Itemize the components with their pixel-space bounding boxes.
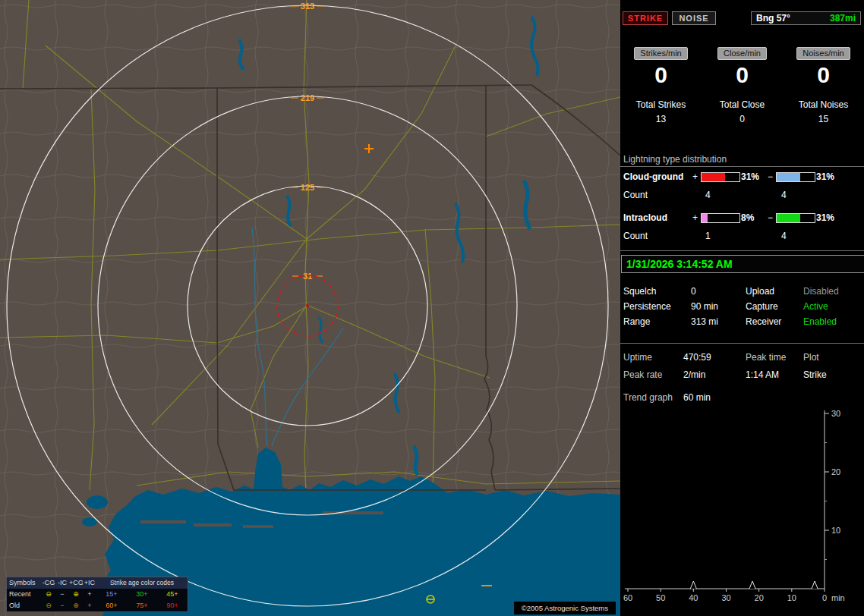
ring-label-31: 31	[303, 272, 312, 281]
neg-cg-recent-icon: ⊖	[42, 589, 55, 600]
strike-toggle-button[interactable]: STRIKE	[623, 11, 668, 25]
age-code-15: 15+	[96, 589, 127, 600]
svg-text:10: 10	[831, 526, 840, 535]
peak-time-label: Peak time	[746, 352, 786, 363]
cloud-ground-label: Cloud-ground	[623, 171, 683, 182]
cg-minus-bar	[776, 172, 815, 182]
age-code-45: 45+	[157, 589, 188, 600]
svg-text:30: 30	[831, 409, 840, 418]
trend-window-value: 60 min	[683, 392, 711, 403]
total-strikes-label: Total Strikes	[620, 99, 702, 110]
cg-plus-count: 4	[705, 190, 711, 200]
svg-text:30: 30	[721, 593, 730, 602]
age-code-90: 90+	[157, 600, 188, 611]
peak-rate-value: 2/min	[683, 369, 705, 380]
copyright-notice: ©2005 Astrogenic Systems	[514, 602, 616, 614]
plot-value: Strike	[803, 369, 827, 380]
svg-text:60: 60	[623, 593, 632, 602]
status-sidebar: STRIKE NOISE Bng 57° 387mi Strikes/min C…	[620, 0, 864, 616]
current-datetime: 1/31/2026 3:14:52 AM	[621, 255, 864, 273]
svg-text:50: 50	[656, 593, 665, 602]
receiver-label: Receiver	[746, 316, 781, 327]
cg-minus-sign: −	[768, 171, 773, 182]
close-per-min-button[interactable]: Close/min	[717, 47, 767, 60]
trend-graph-label: Trend graph	[623, 392, 673, 403]
distribution-header: Lightning type distribution	[623, 154, 727, 165]
total-noises-value: 15	[783, 114, 864, 124]
peak-rate-label: Peak rate	[623, 369, 662, 380]
receiver-location-dot	[306, 304, 309, 307]
ic-plus-pct: 8%	[741, 212, 754, 223]
ic-minus-bar	[776, 213, 815, 223]
legend-row-recent-label: Recent	[7, 589, 42, 600]
legend-col-pos-ic: +IC	[83, 577, 96, 589]
squelch-label: Squelch	[623, 286, 656, 297]
age-code-60: 60+	[96, 600, 127, 611]
squelch-value: 0	[691, 286, 696, 297]
capture-status: Active	[803, 301, 828, 312]
plot-label: Plot	[803, 352, 819, 363]
cg-count-label: Count	[623, 190, 648, 200]
range-label: Range	[623, 316, 650, 327]
pos-ic-old-icon: +	[83, 600, 96, 611]
age-code-30: 30+	[127, 589, 157, 600]
cg-minus-pct: 31%	[816, 171, 834, 182]
noise-toggle-button[interactable]: NOISE	[672, 11, 716, 25]
upload-label: Upload	[746, 286, 774, 297]
cg-plus-sign: +	[692, 171, 698, 182]
total-close-value: 0	[702, 114, 783, 124]
map-legend: Symbols -CG -IC +CG +IC Strike age color…	[6, 577, 188, 612]
svg-text:20: 20	[755, 593, 764, 602]
cg-minus-count: 4	[781, 190, 787, 200]
ring-label-313: 313	[301, 2, 314, 11]
receiver-status: Enabled	[803, 316, 837, 327]
total-strikes-value: 13	[620, 114, 702, 124]
legend-age-header: Strike age color codes	[96, 577, 188, 589]
ic-count-label: Count	[623, 231, 648, 241]
cg-plus-bar	[701, 172, 740, 182]
ic-plus-bar	[701, 213, 740, 223]
neg-ic-recent-icon: −	[55, 589, 69, 600]
neg-cg-old-icon: ⊖	[42, 600, 55, 611]
ic-minus-count: 4	[781, 231, 787, 241]
legend-col-neg-ic: -IC	[55, 577, 69, 589]
bearing-readout: Bng 57° 387mi	[751, 11, 861, 25]
neg-ic-old-icon: −	[55, 600, 69, 611]
svg-text:20: 20	[831, 467, 840, 476]
capture-label: Capture	[746, 301, 778, 312]
upload-status: Disabled	[803, 286, 839, 297]
ic-plus-sign: +	[692, 212, 698, 223]
legend-col-neg-cg: -CG	[42, 577, 55, 589]
trend-plot: 3020106050403020100min	[623, 409, 845, 602]
bearing-distance: 387mi	[830, 13, 856, 24]
peak-time-value: 1:14 AM	[746, 369, 779, 380]
noises-per-min-value: 0	[783, 64, 864, 86]
bearing-label: Bng 57°	[756, 13, 790, 24]
map-canvas: 313 219 125 31	[0, 0, 620, 616]
svg-text:10: 10	[787, 593, 796, 602]
pos-ic-recent-icon: +	[83, 589, 96, 600]
cg-plus-pct: 31%	[741, 171, 759, 182]
legend-symbols-header: Symbols	[7, 577, 42, 589]
trend-graph: 3020106050403020100min	[620, 406, 864, 616]
close-per-min-value: 0	[702, 64, 783, 86]
range-value: 313 mi	[691, 316, 718, 327]
ring-label-125: 125	[301, 183, 314, 192]
legend-col-pos-cg: +CG	[69, 577, 83, 589]
svg-text:0: 0	[822, 593, 827, 602]
divider	[620, 166, 864, 167]
total-noises-label: Total Noises	[783, 99, 864, 110]
ring-label-219: 219	[301, 93, 314, 102]
lightning-map[interactable]: 313 219 125 31 Symbols -CG -IC +CG +IC S…	[0, 0, 620, 616]
total-close-label: Total Close	[702, 99, 783, 110]
strikes-per-min-value: 0	[620, 64, 702, 86]
ic-minus-pct: 31%	[816, 212, 834, 223]
svg-text:min: min	[831, 593, 845, 602]
divider	[620, 250, 864, 251]
persistence-label: Persistence	[623, 301, 671, 312]
pos-cg-recent-icon: ⊕	[69, 589, 83, 600]
divider	[620, 343, 864, 344]
noises-per-min-button[interactable]: Noises/min	[796, 47, 850, 60]
strikes-per-min-button[interactable]: Strikes/min	[634, 47, 687, 60]
persistence-value: 90 min	[691, 301, 718, 312]
